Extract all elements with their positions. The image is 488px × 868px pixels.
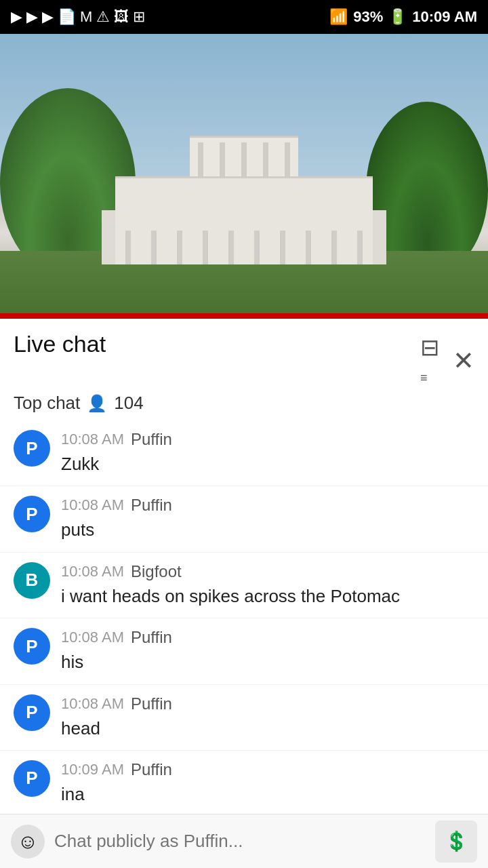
live-chat-header: Live chat ⊟≡ ✕: [0, 319, 488, 393]
mail-icon: M: [80, 8, 92, 26]
message-author: Puffin: [131, 760, 172, 779]
message-text: ina: [61, 782, 474, 806]
battery-text: 93%: [353, 8, 383, 26]
youtube-icon-3: ▶: [42, 8, 54, 26]
battery-icon: 🔋: [388, 8, 407, 26]
notification-icons: ▶ ▶ ▶ 📄 M ⚠ 🖼 ⊞: [11, 8, 145, 26]
filter-icon[interactable]: ⊟≡: [420, 334, 439, 387]
message-time: 10:08 AM: [61, 563, 124, 580]
message-body: 10:08 AM Puffin puts: [61, 496, 474, 542]
chat-message: P 10:08 AM Puffin puts: [0, 486, 488, 552]
white-house-image: [102, 129, 386, 264]
send-icon: 💲: [445, 830, 468, 852]
avatar: P: [14, 694, 50, 731]
avatar: P: [14, 496, 50, 532]
message-body: 10:08 AM Bigfoot i want heads on spikes …: [61, 562, 474, 608]
grid-icon: ⊞: [133, 8, 145, 26]
message-meta: 10:08 AM Puffin: [61, 694, 474, 713]
avatar: P: [14, 760, 50, 797]
message-time: 10:09 AM: [61, 761, 124, 778]
message-time: 10:08 AM: [61, 695, 124, 713]
photo-icon: 🖼: [114, 8, 129, 26]
message-author: Bigfoot: [131, 562, 182, 581]
message-time: 10:08 AM: [61, 496, 124, 514]
chat-message: P 10:08 AM Puffin his: [0, 618, 488, 684]
message-body: 10:08 AM Puffin head: [61, 694, 474, 741]
message-meta: 10:09 AM Puffin: [61, 760, 474, 779]
header-actions: ⊟≡ ✕: [420, 331, 474, 387]
close-icon[interactable]: ✕: [453, 346, 474, 376]
avatar: B: [14, 562, 50, 599]
message-author: Puffin: [131, 694, 172, 713]
message-body: 10:08 AM Puffin his: [61, 628, 474, 674]
message-meta: 10:08 AM Puffin: [61, 430, 474, 449]
message-text: Zukk: [61, 452, 474, 476]
message-time: 10:08 AM: [61, 629, 124, 646]
avatar: P: [14, 628, 50, 665]
message-text: i want heads on spikes across the Potoma…: [61, 584, 474, 608]
message-text: his: [61, 650, 474, 674]
chat-input-area: ☺ 💲: [0, 814, 488, 868]
message-author: Puffin: [131, 430, 172, 449]
message-author: Puffin: [131, 628, 172, 647]
message-meta: 10:08 AM Puffin: [61, 496, 474, 515]
top-chat-row: Top chat 👤 104: [0, 393, 488, 420]
chat-message: P 10:08 AM Puffin head: [0, 685, 488, 751]
file-icon: 📄: [58, 8, 76, 26]
message-time: 10:08 AM: [61, 431, 124, 448]
live-chat-title: Live chat: [14, 331, 106, 357]
chat-message: P 10:08 AM Puffin Zukk: [0, 420, 488, 486]
message-author: Puffin: [131, 496, 172, 515]
time-text: 10:09 AM: [412, 8, 477, 26]
message-text: head: [61, 716, 474, 741]
wifi-icon: 📶: [329, 8, 348, 26]
message-text: puts: [61, 517, 474, 542]
message-meta: 10:08 AM Puffin: [61, 628, 474, 647]
alert-icon: ⚠: [96, 8, 110, 26]
message-body: 10:08 AM Puffin Zukk: [61, 430, 474, 476]
chat-message: P 10:09 AM Puffin ina: [0, 751, 488, 816]
avatar: P: [14, 430, 50, 467]
emoji-button[interactable]: ☺: [11, 825, 45, 859]
top-chat-label: Top chat: [14, 393, 80, 414]
status-bar: ▶ ▶ ▶ 📄 M ⚠ 🖼 ⊞ 📶 93% 🔋 10:09 AM: [0, 0, 488, 34]
emoji-icon: ☺: [18, 830, 39, 853]
video-player[interactable]: [0, 34, 488, 319]
send-button[interactable]: 💲: [435, 821, 477, 863]
viewer-count: 104: [114, 393, 143, 414]
youtube-icon-2: ▶: [26, 8, 38, 26]
message-meta: 10:08 AM Bigfoot: [61, 562, 474, 581]
chat-messages-list: P 10:08 AM Puffin Zukk P 10:08 AM Puffin…: [0, 420, 488, 868]
chat-message: B 10:08 AM Bigfoot i want heads on spike…: [0, 553, 488, 618]
message-body: 10:09 AM Puffin ina: [61, 760, 474, 806]
youtube-icon: ▶: [11, 8, 22, 26]
chat-input[interactable]: [54, 823, 426, 860]
status-indicators: 📶 93% 🔋 10:09 AM: [329, 8, 477, 26]
live-chat-panel: Live chat ⊟≡ ✕ Top chat 👤 104 P 10:08 AM…: [0, 319, 488, 868]
viewer-icon: 👤: [87, 394, 107, 413]
